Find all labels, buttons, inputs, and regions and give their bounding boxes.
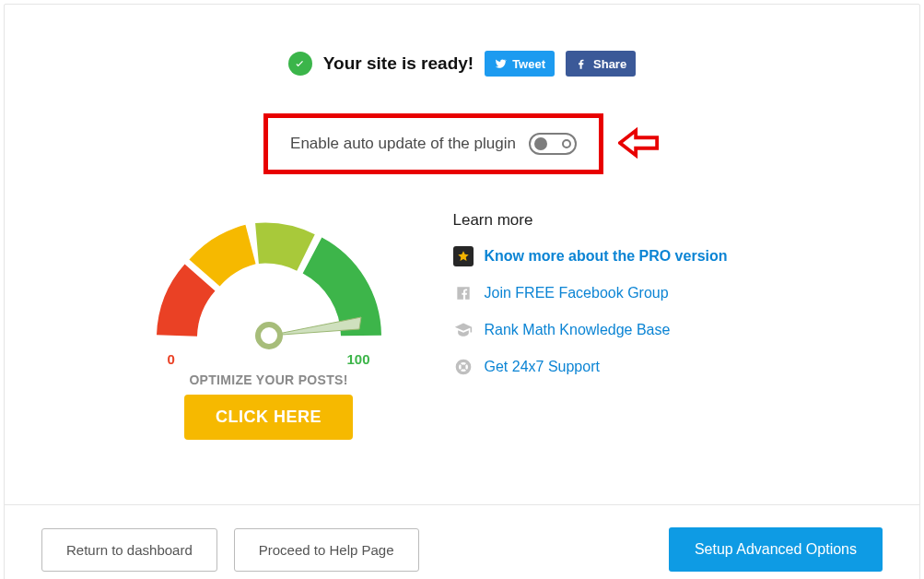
- optimize-widget: 0 100 OPTIMIZE YOUR POSTS! CLICK HERE: [140, 211, 398, 440]
- learn-more-title: Learn more: [453, 211, 785, 230]
- list-item: Rank Math Knowledge Base: [453, 320, 785, 340]
- learn-more-section: Learn more Know more about the PRO versi…: [453, 211, 785, 440]
- check-circle-icon: [288, 52, 312, 76]
- tweet-button[interactable]: Tweet: [485, 51, 555, 77]
- auto-update-toggle[interactable]: [529, 133, 577, 155]
- help-page-button[interactable]: Proceed to Help Page: [234, 528, 419, 572]
- list-item: Know more about the PRO version: [453, 246, 785, 266]
- star-icon: [453, 246, 474, 266]
- auto-update-highlight: Enable auto update of the plugin: [263, 113, 603, 174]
- share-label: Share: [593, 57, 626, 71]
- advanced-options-button[interactable]: Setup Advanced Options: [669, 527, 883, 572]
- facebook-f-icon: [453, 283, 474, 303]
- facebook-group-link[interactable]: Join FREE Facebook Group: [485, 285, 669, 301]
- facebook-icon: [575, 57, 588, 70]
- graduation-cap-icon: [453, 320, 474, 340]
- list-item: Get 24x7 Support: [453, 357, 785, 377]
- pointer-arrow-icon: [618, 126, 661, 162]
- share-button[interactable]: Share: [566, 51, 636, 77]
- wizard-footer: Return to dashboard Proceed to Help Page…: [5, 504, 919, 579]
- status-header: Your site is ready! Tweet Share: [41, 51, 883, 77]
- pro-version-link[interactable]: Know more about the PRO version: [485, 248, 728, 265]
- auto-update-label: Enable auto update of the plugin: [290, 135, 516, 153]
- wizard-card: Your site is ready! Tweet Share Enable a…: [4, 4, 920, 579]
- gauge-min: 0: [168, 351, 175, 367]
- status-text: Your site is ready!: [323, 53, 474, 74]
- score-gauge: [149, 211, 389, 349]
- return-dashboard-button[interactable]: Return to dashboard: [41, 528, 217, 572]
- optimize-cta-button[interactable]: CLICK HERE: [184, 395, 353, 440]
- twitter-icon: [494, 57, 507, 70]
- life-ring-icon: [453, 357, 474, 377]
- gauge-max: 100: [346, 351, 369, 367]
- support-link[interactable]: Get 24x7 Support: [485, 359, 600, 375]
- knowledge-base-link[interactable]: Rank Math Knowledge Base: [485, 322, 671, 338]
- tweet-label: Tweet: [512, 57, 545, 71]
- optimize-caption: OPTIMIZE YOUR POSTS!: [189, 372, 347, 387]
- svg-point-0: [258, 325, 280, 347]
- list-item: Join FREE Facebook Group: [453, 283, 785, 303]
